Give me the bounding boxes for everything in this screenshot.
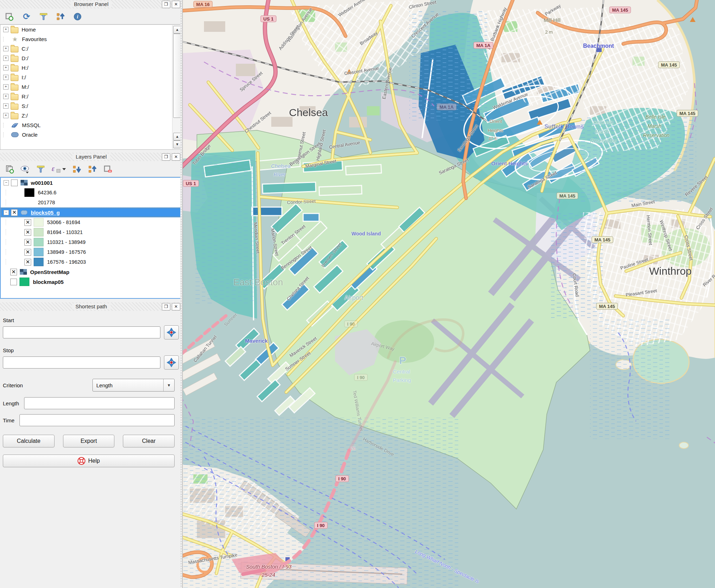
star-icon: ★ xyxy=(11,36,19,42)
close-panel-icon[interactable]: ✕ xyxy=(172,303,180,310)
filter-legend-icon[interactable] xyxy=(35,164,46,175)
show-all-layers-icon[interactable] xyxy=(20,164,30,175)
legend-swatch xyxy=(34,238,44,246)
start-input[interactable] xyxy=(3,326,160,338)
expand-icon[interactable]: + xyxy=(3,27,8,32)
layer-checkbox[interactable]: ✕ xyxy=(24,249,31,256)
layer-checkbox[interactable] xyxy=(10,279,17,285)
oracle-icon xyxy=(11,132,19,138)
layer-checkbox[interactable] xyxy=(11,179,18,186)
browser-item-z-[interactable]: +Z:/ xyxy=(0,111,182,120)
help-label: Help xyxy=(88,458,100,464)
svg-text:i: i xyxy=(77,14,78,19)
start-label: Start xyxy=(3,317,182,323)
layers-tree[interactable]: −w00100164236.6201778−✕blocks05_g✕53066 … xyxy=(0,177,182,299)
browser-item-m-[interactable]: +M:/ xyxy=(0,82,182,92)
length-input[interactable] xyxy=(24,397,175,409)
browser-item-d-[interactable]: +D:/ xyxy=(0,53,182,63)
remove-layer-icon[interactable] xyxy=(103,164,113,175)
stop-input[interactable] xyxy=(3,356,160,369)
collapse-all-icon[interactable] xyxy=(55,11,66,22)
expand-icon[interactable]: + xyxy=(3,103,8,109)
help-lifebuoy-icon xyxy=(78,457,85,465)
expand-icon[interactable]: + xyxy=(3,94,8,99)
browser-item-favourites[interactable]: ★Favourites xyxy=(0,34,182,44)
browser-item-i-[interactable]: +I:/ xyxy=(0,73,182,82)
layer-checkbox[interactable]: ✕ xyxy=(11,209,18,216)
criterion-value: Length xyxy=(93,382,163,388)
collapse-icon[interactable]: − xyxy=(4,210,9,215)
float-panel-icon[interactable]: ❐ xyxy=(162,153,170,161)
refresh-icon[interactable]: ⟳ xyxy=(21,11,32,22)
layer-row-openstreetmap[interactable]: ✕OpenStreetMap xyxy=(1,267,182,277)
legend-item[interactable]: ✕110321 - 138949 xyxy=(1,237,182,247)
layer-checkbox[interactable]: ✕ xyxy=(24,219,31,226)
legend-item[interactable]: ✕138949 - 167576 xyxy=(1,247,182,257)
expand-icon[interactable]: + xyxy=(3,84,8,90)
close-panel-icon[interactable]: ✕ xyxy=(172,1,180,8)
layers-panel-titlebar: Layers Panel ❐ ✕ xyxy=(0,153,182,161)
svg-text:ε: ε xyxy=(52,165,55,172)
browser-item-c-[interactable]: +C:/ xyxy=(0,44,182,53)
expression-filter-icon[interactable]: ε xyxy=(51,164,67,175)
legend-item[interactable]: 201778 xyxy=(1,198,182,207)
criterion-label: Criterion xyxy=(3,382,23,388)
legend-swatch xyxy=(24,188,34,197)
browser-item-s-[interactable]: +S:/ xyxy=(0,101,182,111)
time-label: Time xyxy=(3,417,15,423)
calculate-button[interactable]: Calculate xyxy=(3,435,55,447)
legend-item[interactable]: 64236.6 xyxy=(1,188,182,198)
raster-layer-icon xyxy=(20,179,28,186)
expand-icon[interactable]: + xyxy=(3,75,8,80)
browser-item-home[interactable]: +Home xyxy=(0,25,182,34)
expand-icon[interactable]: + xyxy=(3,46,8,51)
browser-item-h-[interactable]: +H:/ xyxy=(0,63,182,73)
layer-row-blockmap05[interactable]: blockmap05 xyxy=(1,277,182,287)
legend-item[interactable]: ✕81694 - 110321 xyxy=(1,227,182,237)
help-button[interactable]: Help xyxy=(3,455,175,467)
filter-browser-icon[interactable] xyxy=(38,11,49,22)
layers-toolbar: ε xyxy=(0,161,182,177)
layer-checkbox[interactable]: ✕ xyxy=(24,239,31,246)
shortest-path-body: Start Stop Criterion Length ▼ Length xyxy=(0,311,182,467)
collapse-all-icon[interactable] xyxy=(87,164,98,175)
capture-start-point-button[interactable] xyxy=(164,325,179,339)
add-selected-layer-icon[interactable] xyxy=(4,11,15,22)
collapse-icon[interactable]: − xyxy=(4,180,9,185)
legend-item[interactable]: ✕167576 - 196203 xyxy=(1,257,182,267)
expand-all-icon[interactable] xyxy=(72,164,82,175)
layer-checkbox[interactable]: ✕ xyxy=(24,229,31,236)
layers-panel-title: Layers Panel xyxy=(72,154,110,160)
properties-info-icon[interactable]: i xyxy=(72,11,83,22)
layer-row-w001001[interactable]: −w001001 xyxy=(1,178,182,188)
close-panel-icon[interactable]: ✕ xyxy=(172,153,180,161)
legend-swatch xyxy=(34,228,44,236)
expand-icon[interactable]: + xyxy=(3,113,8,118)
dock-panels: Browser Panel ❐ ✕ ⟳ i +Home★Favourites+C… xyxy=(0,0,182,588)
float-panel-icon[interactable]: ❐ xyxy=(162,1,170,8)
criterion-select[interactable]: Length ▼ xyxy=(92,379,175,392)
browser-item-mssql[interactable]: MSSQL xyxy=(0,120,182,130)
add-group-icon[interactable] xyxy=(4,164,15,175)
float-panel-icon[interactable]: ❐ xyxy=(162,303,170,310)
browser-tree[interactable]: +Home★Favourites+C:/+D:/+H:/+I:/+M:/+R:/… xyxy=(0,24,182,150)
export-button[interactable]: Export xyxy=(63,435,115,447)
time-input[interactable] xyxy=(19,414,175,426)
osm-basemap xyxy=(183,0,715,588)
browser-toolbar: ⟳ i xyxy=(0,8,182,24)
legend-item[interactable]: ✕53066 - 81694 xyxy=(1,217,182,227)
capture-stop-point-button[interactable] xyxy=(164,355,179,370)
expand-icon[interactable]: + xyxy=(3,56,8,61)
map-canvas[interactable]: ChelseaWinthropEast BostonBeachmontMaver… xyxy=(182,0,715,588)
legend-swatch xyxy=(34,248,44,256)
expand-icon[interactable]: + xyxy=(3,65,8,70)
layer-checkbox[interactable]: ✕ xyxy=(24,259,31,266)
layer-checkbox[interactable]: ✕ xyxy=(10,269,17,275)
browser-item-oracle[interactable]: Oracle xyxy=(0,130,182,139)
length-label: Length xyxy=(3,400,19,406)
clear-button[interactable]: Clear xyxy=(123,435,175,447)
legend-swatch xyxy=(24,198,34,207)
browser-panel-title: Browser Panel xyxy=(70,1,112,7)
layer-row-blocks05_g[interactable]: −✕blocks05_g xyxy=(1,207,182,217)
browser-item-r-[interactable]: +R:/ xyxy=(0,92,182,101)
